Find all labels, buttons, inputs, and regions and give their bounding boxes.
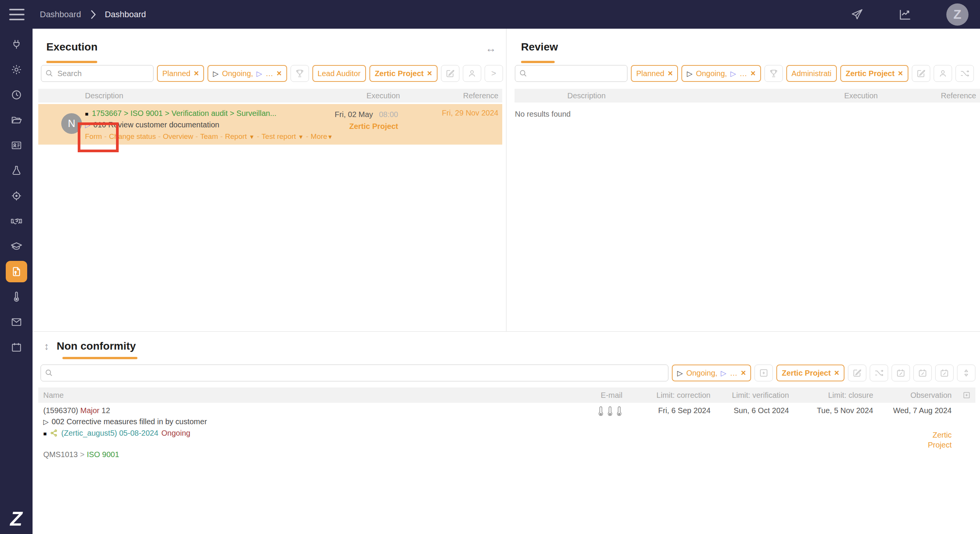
triangle-icon: ▷ xyxy=(43,418,49,426)
square-bullet-icon: ■ xyxy=(43,430,47,437)
sidebar-item-target[interactable] xyxy=(0,183,33,208)
edit-button[interactable] xyxy=(912,65,930,82)
close-icon[interactable]: × xyxy=(751,68,756,78)
audit-link[interactable]: 1753667 > ISO 9001 > Verification audit … xyxy=(92,109,276,117)
triangle-icon: ▷ xyxy=(721,369,727,378)
review-search-input[interactable] xyxy=(531,69,623,78)
filter-chip-administrator[interactable]: Administrati xyxy=(786,65,837,82)
close-icon[interactable]: × xyxy=(427,68,432,78)
edit-button[interactable] xyxy=(441,65,459,82)
add-column-icon[interactable] xyxy=(952,391,975,399)
nonconformity-search-input[interactable] xyxy=(57,369,664,378)
app-logo[interactable]: Z xyxy=(0,507,33,530)
calendar-correction-button[interactable] xyxy=(892,365,910,381)
close-icon[interactable]: × xyxy=(898,68,903,78)
close-icon[interactable]: × xyxy=(834,368,839,378)
calendar-closure-button[interactable] xyxy=(935,365,954,381)
add-column-button[interactable] xyxy=(755,365,773,381)
top-bar: Dashboard Dashboard Z xyxy=(0,0,980,29)
filter-chip-zertic-project[interactable]: Zertic Project × xyxy=(840,65,908,82)
trophy-filter-button[interactable] xyxy=(764,65,783,82)
review-title-underline xyxy=(521,61,555,63)
filter-chip-zertic-project[interactable]: Zertic Project × xyxy=(369,65,438,82)
sidebar-item-partners[interactable] xyxy=(0,208,33,234)
sidebar-item-mail[interactable] xyxy=(0,309,33,335)
shuffle-button[interactable] xyxy=(870,365,888,381)
assign-user-button[interactable] xyxy=(934,65,952,82)
sidebar-item-certificates[interactable] xyxy=(0,259,33,284)
standard-link[interactable]: ISO 9001 xyxy=(87,450,119,459)
execution-project-link[interactable]: Zertic Project xyxy=(299,120,398,132)
sidebar-item-settings[interactable] xyxy=(0,57,33,82)
execution-search[interactable] xyxy=(41,65,154,82)
caret-down-icon[interactable]: ▼ xyxy=(327,134,333,140)
caret-down-icon[interactable]: ▼ xyxy=(298,134,304,140)
user-avatar[interactable]: Z xyxy=(946,3,969,26)
sidebar-item-temperature[interactable] xyxy=(0,284,33,309)
breadcrumb-root[interactable]: Dashboard xyxy=(40,10,81,20)
edit-icon xyxy=(916,68,926,78)
close-icon[interactable]: × xyxy=(741,368,746,378)
caret-down-icon[interactable]: ▼ xyxy=(249,134,255,140)
search-icon xyxy=(45,369,53,377)
search-icon xyxy=(45,69,54,78)
menu-icon[interactable] xyxy=(9,9,24,20)
chevron-right-icon: > xyxy=(491,68,496,78)
certificate-icon xyxy=(6,261,27,282)
nonconformity-table-row[interactable]: (1596370) Major 12 ▷002 Corrective measu… xyxy=(38,405,975,460)
edit-button[interactable] xyxy=(848,365,866,381)
execution-row-breadcrumb: ■1753667 > ISO 9001 > Verification audit… xyxy=(85,108,333,119)
chart-icon[interactable] xyxy=(898,8,912,21)
sidebar-item-clock[interactable] xyxy=(0,82,33,107)
trophy-filter-button[interactable] xyxy=(291,65,309,82)
nonconformity-link[interactable]: (Zertic_august5) 05-08-2024 xyxy=(61,429,158,437)
filter-chip-zertic-project[interactable]: Zertic Project × xyxy=(776,365,844,381)
close-icon[interactable]: × xyxy=(668,68,673,78)
nonconformity-project-link[interactable]: Zertic Project xyxy=(873,430,952,450)
action-overview[interactable]: Overview xyxy=(163,132,193,140)
execution-search-input[interactable] xyxy=(57,69,149,78)
sort-button[interactable] xyxy=(957,365,975,381)
execution-row-task: ▷010 Review customer documentation xyxy=(85,119,333,131)
sidebar-item-calendar[interactable] xyxy=(0,335,33,360)
filter-chip-ongoing[interactable]: ▷ Ongoing, ▷ … × xyxy=(672,365,751,381)
sidebar-item-projects[interactable] xyxy=(0,107,33,133)
target-icon xyxy=(6,185,27,207)
review-table-header: Description Execution Reference xyxy=(514,89,980,103)
sidebar-item-lab[interactable] xyxy=(0,158,33,183)
email-reminder-icons[interactable] xyxy=(598,406,622,417)
action-test-report[interactable]: Test report xyxy=(261,132,296,140)
vertical-resize-icon[interactable]: ↕ xyxy=(44,340,49,352)
action-report[interactable]: Report xyxy=(225,132,247,140)
review-search[interactable] xyxy=(515,65,627,82)
nc-row-id-line: (1596370) Major 12 xyxy=(43,405,561,416)
observation-date: Wed, 7 Aug 2024 xyxy=(873,405,952,416)
calendar-verification-button[interactable] xyxy=(913,365,932,381)
filter-chip-lead-auditor[interactable]: Lead Auditor xyxy=(312,65,366,82)
action-more[interactable]: More xyxy=(311,132,327,140)
execution-table-row[interactable]: N ■1753667 > ISO 9001 > Verification aud… xyxy=(38,104,502,145)
review-panel: Review Planned × ▷ Ongoing, ▷ … × A xyxy=(507,29,980,331)
filter-chip-ongoing[interactable]: ▷ Ongoing, ▷ … × xyxy=(681,65,761,82)
filter-chip-planned[interactable]: Planned × xyxy=(157,65,204,82)
nonconformity-search[interactable] xyxy=(41,365,668,381)
filter-chip-ongoing[interactable]: ▷ Ongoing, ▷ … × xyxy=(207,65,287,82)
nc-row-standard-line: QMS1013>ISO 9001 xyxy=(43,449,561,460)
calendar-edit-icon xyxy=(918,368,928,378)
sidebar-item-plug[interactable] xyxy=(0,32,33,57)
filter-chip-planned[interactable]: Planned × xyxy=(631,65,678,82)
clock-icon xyxy=(6,84,27,106)
close-icon[interactable]: × xyxy=(194,68,199,78)
more-button[interactable]: > xyxy=(485,65,503,82)
shuffle-button[interactable] xyxy=(956,65,974,82)
square-bullet-icon: ■ xyxy=(85,111,88,117)
annotation-box xyxy=(78,122,119,152)
action-team[interactable]: Team xyxy=(200,132,218,140)
sidebar-item-education[interactable] xyxy=(0,234,33,259)
sidebar-item-contacts[interactable] xyxy=(0,133,33,158)
close-icon[interactable]: × xyxy=(277,68,282,78)
assign-user-button[interactable] xyxy=(463,65,481,82)
trophy-icon xyxy=(769,68,779,78)
send-icon[interactable] xyxy=(851,8,864,21)
horizontal-resize-icon[interactable]: ↔ xyxy=(485,42,496,55)
